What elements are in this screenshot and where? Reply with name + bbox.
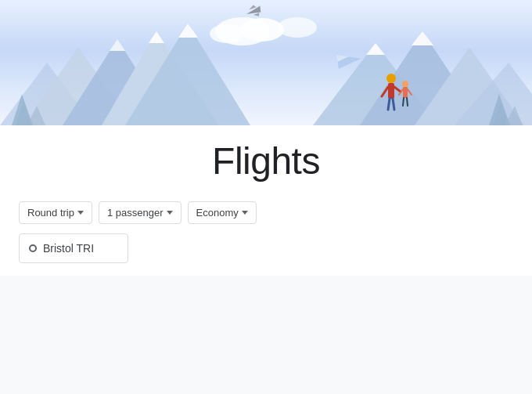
passengers-select[interactable]: 1 passenger: [99, 201, 182, 224]
svg-marker-11: [110, 39, 125, 51]
svg-line-32: [407, 98, 408, 106]
svg-marker-10: [178, 23, 198, 38]
svg-line-26: [393, 99, 394, 110]
svg-marker-12: [366, 43, 385, 55]
svg-marker-9: [149, 31, 164, 43]
svg-line-25: [388, 99, 390, 110]
search-container: Round trip 1 passenger Economy Bristol T…: [0, 195, 532, 276]
svg-point-15: [240, 18, 284, 42]
cabin-class-select[interactable]: Economy: [188, 201, 257, 224]
svg-point-27: [402, 81, 408, 87]
header-illustration: [0, 0, 532, 125]
passengers-label: 1 passenger: [107, 207, 164, 219]
origin-icon: [29, 244, 37, 252]
svg-point-21: [386, 74, 396, 83]
trip-type-chevron-icon: [77, 211, 84, 215]
trip-type-select[interactable]: Round trip: [19, 201, 92, 224]
svg-marker-20: [253, 13, 261, 17]
page-title: Flights: [0, 139, 532, 183]
svg-rect-22: [388, 83, 394, 99]
passengers-chevron-icon: [167, 211, 173, 215]
cabin-class-label: Economy: [196, 207, 239, 219]
trip-type-label: Round trip: [27, 207, 74, 219]
svg-point-17: [278, 17, 317, 38]
page-title-area: Flights: [0, 125, 532, 195]
svg-line-31: [403, 98, 404, 106]
search-top-row: Round trip 1 passenger Economy: [19, 195, 513, 230]
search-inputs-row: Bristol TRI: [19, 233, 513, 263]
origin-input[interactable]: Bristol TRI: [19, 233, 128, 263]
origin-label: Bristol TRI: [43, 242, 94, 255]
svg-rect-28: [403, 87, 408, 98]
cabin-class-chevron-icon: [242, 211, 248, 215]
svg-marker-13: [412, 31, 433, 45]
svg-point-16: [210, 24, 244, 43]
